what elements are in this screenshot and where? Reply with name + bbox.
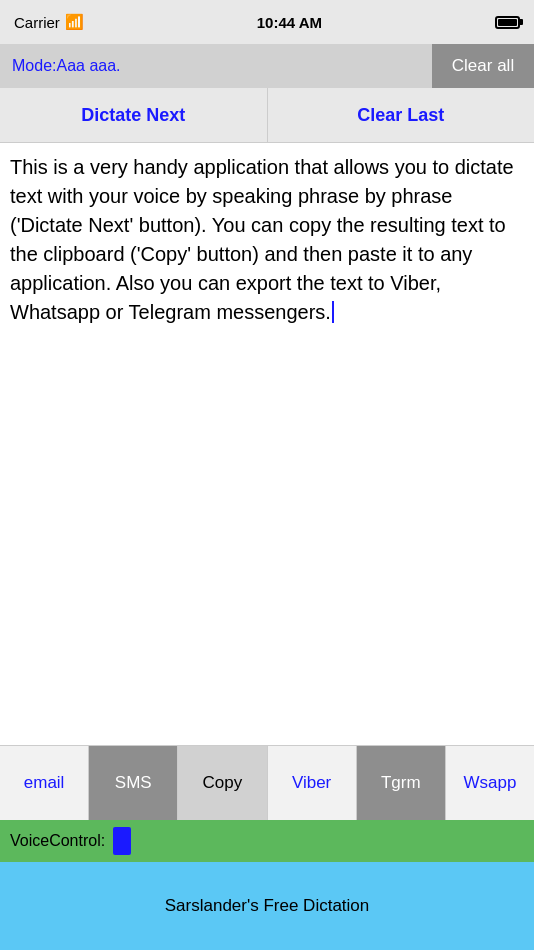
voice-control-label: VoiceControl: (10, 832, 105, 850)
copy-button[interactable]: Copy (178, 746, 267, 820)
action-row: Dictate Next Clear Last (0, 88, 534, 143)
clear-last-button[interactable]: Clear Last (268, 88, 535, 142)
mode-label: Mode:Aaa aaa. (0, 44, 432, 88)
text-cursor (332, 301, 334, 323)
clear-all-button[interactable]: Clear all (432, 44, 534, 88)
carrier-info: Carrier 📶 (14, 13, 84, 31)
bottom-toolbar: email SMS Copy Viber Tgrm Wsapp (0, 745, 534, 820)
carrier-text: Carrier (14, 14, 60, 31)
wifi-icon: 📶 (65, 13, 84, 31)
viber-button[interactable]: Viber (268, 746, 357, 820)
status-bar: Carrier 📶 10:44 AM (0, 0, 534, 44)
battery-area (495, 16, 520, 29)
time-display: 10:44 AM (257, 14, 322, 31)
voice-control-bar: VoiceControl: (0, 820, 534, 862)
mode-bar: Mode:Aaa aaa. Clear all (0, 44, 534, 88)
battery-icon (495, 16, 520, 29)
footer: Sarslander's Free Dictation (0, 862, 534, 950)
main-text-area[interactable]: This is a very handy application that al… (0, 143, 534, 583)
footer-label: Sarslander's Free Dictation (165, 896, 370, 916)
dictate-next-button[interactable]: Dictate Next (0, 88, 268, 142)
wsapp-button[interactable]: Wsapp (446, 746, 534, 820)
tgrm-button[interactable]: Tgrm (357, 746, 446, 820)
main-text: This is a very handy application that al… (10, 156, 514, 323)
email-button[interactable]: email (0, 746, 89, 820)
voice-indicator (113, 827, 131, 855)
sms-button[interactable]: SMS (89, 746, 178, 820)
